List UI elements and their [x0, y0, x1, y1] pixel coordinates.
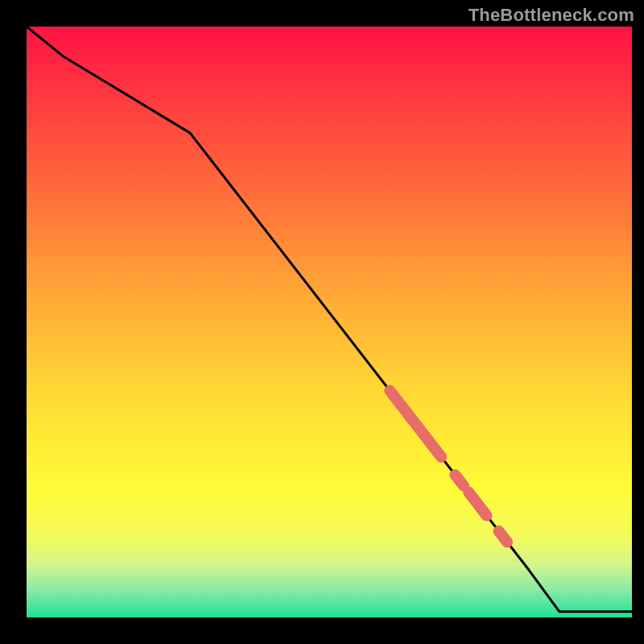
- line-marker: [499, 531, 508, 543]
- source-watermark: TheBottleneck.com: [469, 5, 634, 26]
- chart-svg: [0, 0, 644, 644]
- plot-area: [27, 27, 632, 617]
- line-marker: [455, 475, 464, 486]
- chart-stage: TheBottleneck.com: [0, 0, 644, 644]
